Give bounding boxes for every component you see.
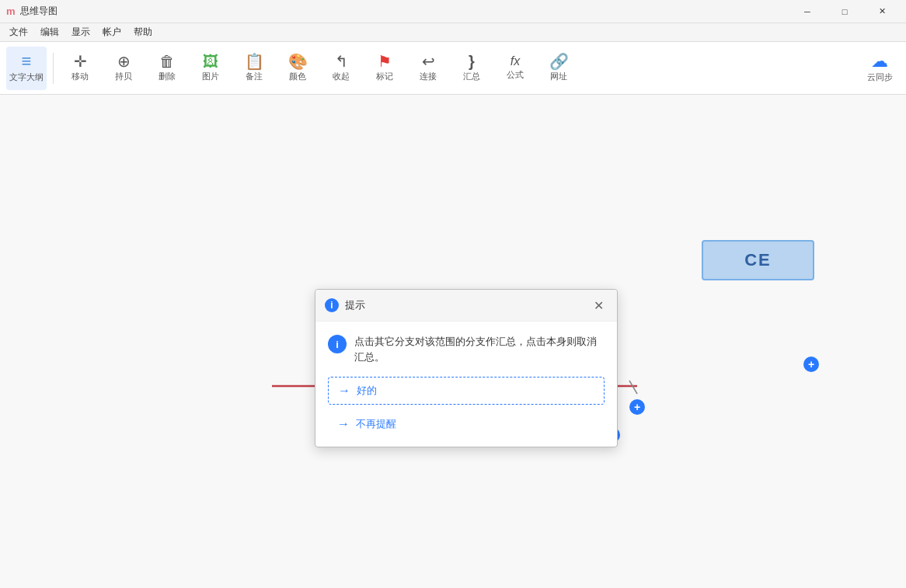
mark-label: 标记	[376, 71, 393, 82]
app-icon: m	[6, 5, 16, 17]
toolbar-delete[interactable]: 🗑 删除	[147, 47, 187, 90]
toolbar-outline[interactable]: ≡ 文字大纲	[6, 47, 47, 90]
note-icon: 📋	[245, 54, 264, 69]
toolbar-mark[interactable]: ⚑ 标记	[364, 47, 405, 90]
image-icon: 🖼	[203, 54, 218, 69]
color-label: 颜色	[289, 71, 306, 82]
title-bar: m 思维导图 ─ □ ✕	[0, 0, 906, 23]
cloudsync-label: 云同步	[867, 71, 893, 83]
delete-label: 删除	[159, 71, 176, 82]
dialog-message-text: 点击其它分支对该范围的分支作汇总，点击本身则取消汇总。	[354, 334, 605, 364]
outline-label: 文字大纲	[9, 71, 44, 83]
image-label: 图片	[202, 71, 219, 82]
connect-label: 连接	[420, 71, 437, 82]
formula-label: 公式	[507, 69, 524, 81]
toolbar-url[interactable]: 🔗 网址	[538, 47, 579, 90]
connect-icon: ↩	[422, 54, 435, 69]
maximize-button[interactable]: □	[827, 0, 862, 23]
menu-file[interactable]: 文件	[3, 24, 34, 40]
toolbar-formula[interactable]: fx 公式	[495, 47, 535, 90]
toolbar-note[interactable]: 📋 备注	[234, 47, 274, 90]
toolbar-collapse[interactable]: ↰ 收起	[321, 47, 361, 90]
dialog-info-icon: i	[328, 335, 347, 353]
cloudsync-icon: ☁	[871, 53, 888, 70]
ok-label: 好的	[357, 384, 377, 398]
menu-bar: 文件 编辑 显示 帐户 帮助	[0, 23, 906, 42]
ok-arrow-icon: →	[338, 384, 350, 398]
title-text: 思维导图	[20, 5, 789, 18]
toolbar-hold[interactable]: ⊕ 持贝	[103, 47, 144, 90]
toolbar-color[interactable]: 🎨 颜色	[277, 47, 318, 90]
mark-icon: ⚑	[378, 54, 392, 69]
no-remind-label: 不再提醒	[356, 417, 396, 431]
canvas-area[interactable]: CE + + + + 第一步 XXX i 提示 ✕ i 点击其它分支对该范围的分…	[0, 95, 906, 588]
move-icon: ✛	[74, 54, 87, 69]
dialog-header-icon: i	[325, 298, 339, 312]
dialog-ok-button[interactable]: → 好的	[328, 377, 605, 405]
dialog-header: i 提示 ✕	[315, 290, 617, 322]
move-label: 移动	[71, 71, 89, 82]
delete-icon: 🗑	[159, 54, 175, 69]
formula-icon: fx	[510, 55, 520, 68]
url-label: 网址	[550, 71, 567, 82]
note-label: 备注	[246, 71, 263, 82]
dialog: i 提示 ✕ i 点击其它分支对该范围的分支作汇总，点击本身则取消汇总。 → 好…	[315, 289, 618, 447]
hold-label: 持贝	[115, 71, 132, 82]
toolbar: ≡ 文字大纲 ✛ 移动 ⊕ 持贝 🗑 删除 🖼 图片 📋 备注 🎨 颜色 ↰ 收…	[0, 42, 906, 95]
color-icon: 🎨	[288, 54, 308, 69]
dialog-body: i 点击其它分支对该范围的分支作汇总，点击本身则取消汇总。 → 好的 → 不再提…	[315, 322, 617, 447]
toolbar-connect[interactable]: ↩ 连接	[408, 47, 448, 90]
minimize-button[interactable]: ─	[789, 0, 825, 23]
toolbar-cloudsync[interactable]: ☁ 云同步	[859, 47, 900, 90]
outline-icon: ≡	[22, 53, 32, 70]
hold-icon: ⊕	[117, 54, 131, 69]
dialog-title: 提示	[345, 298, 589, 312]
url-icon: 🔗	[549, 54, 569, 69]
no-remind-arrow-icon: →	[337, 417, 350, 431]
toolbar-move[interactable]: ✛ 移动	[60, 47, 100, 90]
close-button[interactable]: ✕	[864, 0, 900, 23]
summary-label: 汇总	[463, 71, 480, 82]
dialog-overlay: i 提示 ✕ i 点击其它分支对该范围的分支作汇总，点击本身则取消汇总。 → 好…	[0, 95, 906, 588]
collapse-label: 收起	[333, 71, 350, 82]
menu-help[interactable]: 帮助	[127, 24, 159, 40]
summary-icon: }	[469, 54, 475, 69]
dialog-message-row: i 点击其它分支对该范围的分支作汇总，点击本身则取消汇总。	[328, 334, 605, 364]
collapse-icon: ↰	[335, 54, 348, 69]
toolbar-summary[interactable]: } 汇总	[451, 47, 492, 90]
toolbar-image[interactable]: 🖼 图片	[190, 47, 231, 90]
menu-view[interactable]: 显示	[65, 24, 96, 40]
dialog-no-remind-button[interactable]: → 不再提醒	[328, 411, 605, 437]
menu-edit[interactable]: 编辑	[34, 24, 65, 40]
window-controls: ─ □ ✕	[789, 0, 900, 23]
toolbar-divider-1	[53, 53, 54, 84]
dialog-close-button[interactable]: ✕	[589, 296, 608, 315]
menu-account[interactable]: 帐户	[96, 24, 127, 40]
